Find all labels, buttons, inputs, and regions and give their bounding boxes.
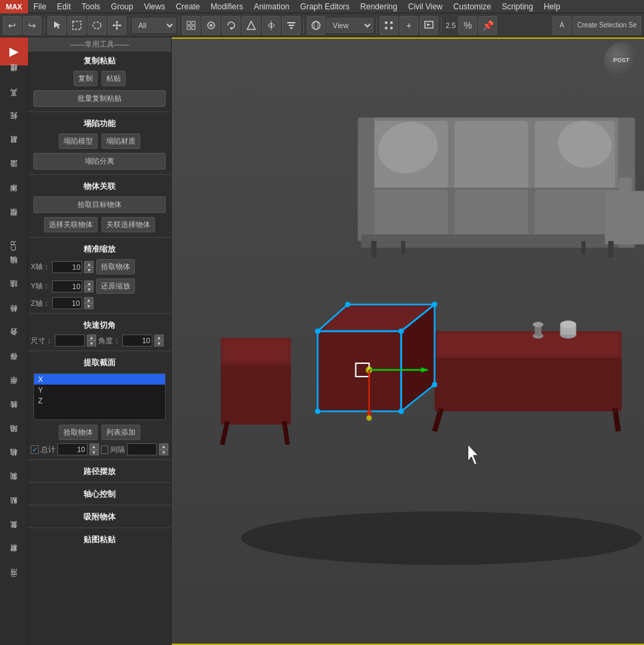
sidebar-item-script[interactable]: 脚本 (0, 186, 28, 210)
menu-animation[interactable]: Animation (249, 0, 295, 13)
text-btn[interactable]: A (552, 16, 571, 35)
z-down-btn[interactable]: ▼ (84, 303, 94, 309)
sidebar-item-collapse[interactable]: 塌陷 (0, 426, 28, 450)
select-type-dropdown[interactable]: All (132, 18, 176, 33)
angle-input[interactable] (122, 335, 152, 347)
zoom-num-btn[interactable]: % (458, 16, 477, 35)
create-sel-btn[interactable]: Create Selection Se (573, 16, 641, 35)
restore-scale-btn[interactable]: 还原缩放 (96, 278, 135, 294)
material-btn[interactable] (307, 16, 325, 35)
menu-customize[interactable]: Customize (448, 0, 497, 13)
sidebar-item-copy[interactable]: 复制 (0, 474, 28, 498)
sidebar-item-batch[interactable]: 批复 (0, 522, 28, 546)
interval-checkbox[interactable] (101, 445, 109, 454)
total-up-btn[interactable]: ▲ (90, 443, 99, 449)
align-btn[interactable] (282, 16, 301, 35)
pick-target-btn[interactable]: 拾取目标物体 (33, 196, 166, 213)
menu-graph-editors[interactable]: Graph Editors (295, 0, 355, 13)
sidebar-item-convert[interactable]: 转换 (0, 402, 28, 426)
menu-create[interactable]: Create (170, 0, 205, 13)
total-input[interactable] (57, 443, 88, 455)
sidebar-item-cloud[interactable]: 云渲 (0, 570, 28, 594)
snap-btn[interactable] (202, 16, 220, 35)
menu-views[interactable]: Views (138, 0, 170, 13)
sidebar-item-render[interactable]: 渲染 (0, 162, 28, 186)
size-down-btn[interactable]: ▼ (87, 341, 96, 347)
list-item-z[interactable]: Z (34, 395, 165, 406)
sidebar-item-bbox[interactable]: 外框 (0, 306, 28, 330)
menu-modifiers[interactable]: Modifiers (205, 0, 249, 13)
redo-btn[interactable]: ↪ (23, 16, 41, 35)
menu-help[interactable]: Help (538, 0, 566, 13)
batch-copy-paste-btn[interactable]: 批量复制粘贴 (33, 90, 166, 107)
undo-btn[interactable]: ↩ (3, 16, 21, 35)
sidebar-item-center[interactable]: 居中 (0, 378, 28, 402)
x-value-input[interactable] (52, 261, 82, 273)
total-down-btn[interactable]: ▼ (90, 449, 99, 455)
sidebar-item-paste[interactable]: 粘贴 (0, 498, 28, 522)
sidebar-item-freeze[interactable]: 冻结 (0, 282, 28, 306)
sep4 (303, 17, 304, 33)
interval-down-btn[interactable]: ▼ (159, 449, 168, 455)
interval-up-btn[interactable]: ▲ (159, 443, 168, 449)
menu-tools[interactable]: Tools (76, 0, 106, 13)
menu-rendering[interactable]: Rendering (355, 0, 402, 13)
menu-edit[interactable]: Edit (51, 0, 76, 13)
y-down-btn[interactable]: ▼ (84, 286, 94, 292)
select-region-btn[interactable] (67, 16, 86, 35)
size-up-btn[interactable]: ▲ (87, 335, 96, 341)
list-item-x[interactable]: X (34, 374, 165, 385)
angle-down-btn[interactable]: ▼ (154, 341, 164, 347)
menu-file[interactable]: File (28, 0, 51, 13)
copy-btn[interactable]: 复制 (73, 71, 98, 86)
sidebar-item-modeling[interactable]: 建模 (0, 65, 28, 89)
sidebar-item-material2[interactable]: 素材 (0, 546, 28, 570)
sidebar-logo[interactable]: ▶ (0, 37, 28, 65)
menu-scripting[interactable]: Scripting (496, 0, 538, 13)
collapse-separate-btn[interactable]: 塌陷分离 (33, 153, 166, 170)
x-up-btn[interactable]: ▲ (84, 261, 94, 267)
view-dropdown[interactable]: View (327, 18, 373, 33)
sidebar-item-light[interactable]: 灯光 (0, 114, 28, 138)
snap-pts-btn[interactable] (379, 16, 398, 35)
sidebar-item-cr[interactable]: CR (0, 234, 28, 258)
pin-btn[interactable]: 📌 (478, 16, 497, 35)
z-up-btn[interactable]: ▲ (84, 297, 94, 303)
sidebar-item-model[interactable]: 模型 (0, 210, 28, 234)
sidebar-item-save[interactable]: 保存 (0, 354, 28, 378)
paste-btn[interactable]: 粘贴 (102, 71, 126, 86)
sidebar-item-edit[interactable]: 编辑 (0, 258, 28, 282)
collapse-model-btn[interactable]: 塌陷模型 (59, 134, 98, 149)
scale-btn[interactable] (242, 16, 261, 35)
add-to-list-btn[interactable]: 列表添加 (102, 425, 140, 440)
divider8 (28, 505, 171, 505)
size-input[interactable] (55, 335, 85, 347)
snap2d-btn[interactable]: + (399, 16, 418, 35)
total-checkbox[interactable] (31, 445, 39, 454)
select-btn[interactable] (47, 16, 66, 35)
menu-group[interactable]: Group (106, 0, 138, 13)
interval-input[interactable] (127, 443, 157, 455)
list-item-y[interactable]: Y (34, 385, 165, 395)
y-value-input[interactable] (52, 280, 82, 292)
sidebar-item-tools[interactable]: 工具 (0, 89, 28, 114)
z-value-input[interactable] (52, 297, 82, 309)
sidebar-item-camera[interactable]: 相机 (0, 450, 28, 474)
link-selected-btn[interactable]: 关联选择物体 (102, 217, 155, 232)
angle-up-btn[interactable]: ▲ (154, 335, 164, 341)
collapse-material-btn[interactable]: 塌陷材质 (102, 134, 140, 149)
pick-object-btn2[interactable]: 拾取物体 (59, 425, 98, 440)
rotate-btn[interactable] (222, 16, 240, 35)
select-linked-btn[interactable]: 选择关联物体 (44, 217, 98, 232)
y-up-btn[interactable]: ▲ (84, 280, 94, 286)
sidebar-item-merge[interactable]: 合并 (0, 330, 28, 354)
menu-civil-view[interactable]: Civil View (403, 0, 448, 13)
x-down-btn[interactable]: ▼ (84, 267, 94, 273)
select-obj-btn[interactable] (182, 16, 200, 35)
move-btn[interactable] (108, 16, 126, 35)
lasso-btn[interactable] (88, 16, 106, 35)
pick-object-btn[interactable]: 拾取物体 (96, 259, 135, 274)
mirror-btn[interactable] (262, 16, 281, 35)
render-btn[interactable] (420, 16, 438, 35)
sidebar-item-material[interactable]: 材质 (0, 138, 28, 162)
